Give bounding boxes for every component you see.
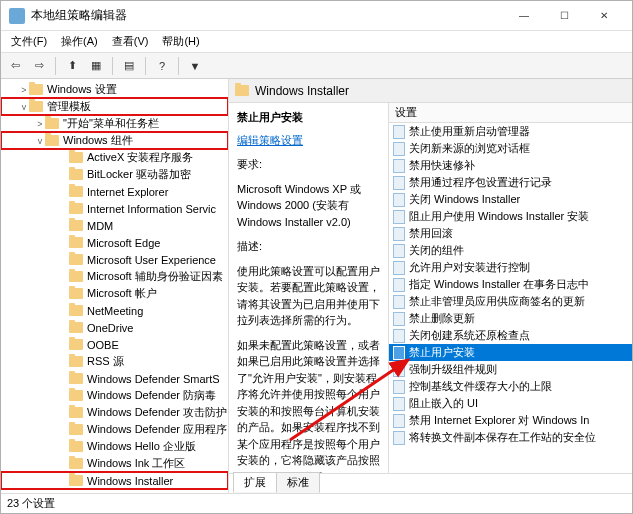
policy-row[interactable]: 禁止使用重新启动管理器 [389, 123, 632, 140]
policy-label: 关闭 Windows Installer [409, 192, 520, 207]
minimize-button[interactable]: — [504, 3, 544, 29]
policy-label: 禁止用户安装 [409, 345, 475, 360]
policy-name: 禁止用户安装 [237, 109, 380, 126]
tree-node[interactable]: RSS 源 [1, 353, 228, 370]
edit-policy-link[interactable]: 编辑策略设置 [237, 132, 303, 149]
tab-extended[interactable]: 扩展 [233, 472, 277, 493]
titlebar: 本地组策略编辑器 — ☐ ✕ [1, 1, 632, 31]
policy-row[interactable]: 禁用快速修补 [389, 157, 632, 174]
describe-text-1: 使用此策略设置可以配置用户安装。若要配置此策略设置，请将其设置为已启用并使用下拉… [237, 263, 380, 329]
up-icon[interactable]: ⬆ [62, 56, 82, 76]
tree-node[interactable]: Windows Hello 企业版 [1, 438, 228, 455]
policy-row[interactable]: 禁止非管理员应用供应商签名的更新 [389, 293, 632, 310]
policy-row[interactable]: 禁用通过程序包设置进行记录 [389, 174, 632, 191]
maximize-button[interactable]: ☐ [544, 3, 584, 29]
forward-icon[interactable]: ⇨ [29, 56, 49, 76]
tree-node[interactable]: Microsoft 帐户 [1, 285, 228, 302]
policy-row[interactable]: 关闭 Windows Installer [389, 191, 632, 208]
policy-row[interactable]: 禁止用户安装 [389, 344, 632, 361]
policy-row[interactable]: 将转换文件副本保存在工作站的安全位 [389, 429, 632, 446]
tree-node[interactable]: ActiveX 安装程序服务 [1, 149, 228, 166]
policy-label: 指定 Windows Installer 在事务日志中 [409, 277, 589, 292]
policy-row[interactable]: 指定 Windows Installer 在事务日志中 [389, 276, 632, 293]
policy-icon [393, 125, 405, 139]
policy-label: 禁用快速修补 [409, 158, 475, 173]
policy-icon [393, 295, 405, 309]
tree-node[interactable]: Internet Information Servic [1, 200, 228, 217]
menu-help[interactable]: 帮助(H) [156, 32, 205, 51]
help-icon[interactable]: ? [152, 56, 172, 76]
folder-icon [69, 458, 83, 469]
tree-node[interactable]: Windows Installer [1, 472, 228, 489]
policy-icon [393, 159, 405, 173]
tree-label: 管理模板 [47, 99, 91, 114]
tree-node[interactable]: Windows Defender 攻击防护 [1, 404, 228, 421]
tree-toggle-icon[interactable]: v [35, 136, 45, 146]
policy-row[interactable]: 阻止用户使用 Windows Installer 安装 [389, 208, 632, 225]
tree-node[interactable]: >"开始"菜单和任务栏 [1, 115, 228, 132]
policy-icon [393, 363, 405, 377]
folder-icon [69, 237, 83, 248]
policy-row[interactable]: 强制升级组件规则 [389, 361, 632, 378]
tree-node[interactable]: vWindows 组件 [1, 132, 228, 149]
tree-node[interactable]: Internet Explorer [1, 183, 228, 200]
tree-node[interactable]: MDM [1, 217, 228, 234]
tree-node[interactable]: NetMeeting [1, 302, 228, 319]
menu-action[interactable]: 操作(A) [55, 32, 104, 51]
policy-label: 禁用 Internet Explorer 对 Windows In [409, 413, 589, 428]
tree-pane[interactable]: >Windows 设置v管理模板>"开始"菜单和任务栏vWindows 组件Ac… [1, 79, 229, 493]
policy-row[interactable]: 禁用 Internet Explorer 对 Windows In [389, 412, 632, 429]
tree-node[interactable]: Windows Ink 工作区 [1, 455, 228, 472]
tree-label: Internet Explorer [87, 186, 168, 198]
policy-icon [393, 431, 405, 445]
tree-icon[interactable]: ▦ [86, 56, 106, 76]
policy-label: 禁用通过程序包设置进行记录 [409, 175, 552, 190]
policy-icon [393, 414, 405, 428]
tree-node[interactable]: Microsoft 辅助身份验证因素 [1, 268, 228, 285]
menu-view[interactable]: 查看(V) [106, 32, 155, 51]
policy-row[interactable]: 关闭新来源的浏览对话框 [389, 140, 632, 157]
policy-icon [393, 176, 405, 190]
tree-toggle-icon[interactable]: > [19, 85, 29, 95]
policy-row[interactable]: 阻止嵌入的 UI [389, 395, 632, 412]
policy-label: 关闭的组件 [409, 243, 464, 258]
tree-label: OOBE [87, 339, 119, 351]
tree-node[interactable]: Microsoft Edge [1, 234, 228, 251]
policy-icon [393, 142, 405, 156]
folder-icon [69, 186, 83, 197]
filter-icon[interactable]: ▤ [119, 56, 139, 76]
tree-label: Windows Defender 攻击防护 [87, 405, 227, 420]
tree-node[interactable]: Windows Defender 防病毒 [1, 387, 228, 404]
policy-row[interactable]: 禁止删除更新 [389, 310, 632, 327]
tree-label: Windows 组件 [63, 133, 133, 148]
tree-node[interactable]: Windows Defender SmartS [1, 370, 228, 387]
filter-funnel-icon[interactable]: ▼ [185, 56, 205, 76]
policy-row[interactable]: 允许用户对安装进行控制 [389, 259, 632, 276]
policy-row[interactable]: 控制基线文件缓存大小的上限 [389, 378, 632, 395]
policy-row[interactable]: 关闭的组件 [389, 242, 632, 259]
column-header-settings[interactable]: 设置 [389, 103, 632, 123]
back-icon[interactable]: ⇦ [5, 56, 25, 76]
requirements-text: Microsoft Windows XP 或 Windows 2000 (安装有… [237, 181, 380, 231]
close-button[interactable]: ✕ [584, 3, 624, 29]
tree-node[interactable]: OOBE [1, 336, 228, 353]
policy-row[interactable]: 关闭创建系统还原检查点 [389, 327, 632, 344]
tree-label: "开始"菜单和任务栏 [63, 116, 159, 131]
content-pane: Windows Installer 禁止用户安装 编辑策略设置 要求: Micr… [229, 79, 632, 493]
tree-node[interactable]: Windows Defender 应用程序 [1, 421, 228, 438]
tree-node[interactable]: OneDrive [1, 319, 228, 336]
tree-toggle-icon[interactable]: > [35, 119, 45, 129]
tree-node[interactable]: v管理模板 [1, 98, 228, 115]
tree-label: NetMeeting [87, 305, 143, 317]
tree-label: Windows Defender 应用程序 [87, 422, 227, 437]
policy-list[interactable]: 禁止使用重新启动管理器关闭新来源的浏览对话框禁用快速修补禁用通过程序包设置进行记… [389, 123, 632, 473]
tree-node[interactable]: Microsoft User Experience [1, 251, 228, 268]
tree-node[interactable]: BitLocker 驱动器加密 [1, 166, 228, 183]
tab-standard[interactable]: 标准 [276, 472, 320, 493]
folder-icon [69, 339, 83, 350]
menu-file[interactable]: 文件(F) [5, 32, 53, 51]
tree-label: Microsoft User Experience [87, 254, 216, 266]
tree-node[interactable]: >Windows 设置 [1, 81, 228, 98]
tree-toggle-icon[interactable]: v [19, 102, 29, 112]
policy-row[interactable]: 禁用回滚 [389, 225, 632, 242]
